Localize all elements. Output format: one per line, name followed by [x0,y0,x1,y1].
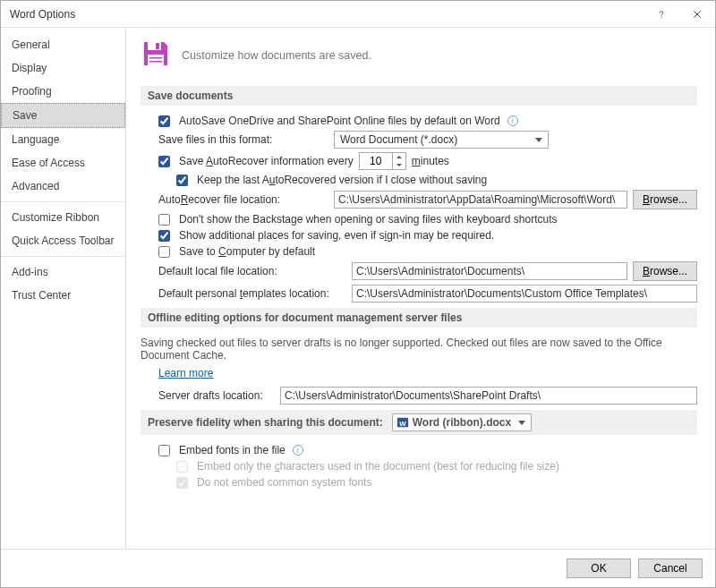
default-templates-input[interactable]: C:\Users\Administrator\Documents\Custom … [352,285,697,303]
offline-desc: Saving checked out files to server draft… [141,337,697,362]
embed-only-checkbox [176,461,188,473]
svg-rect-3 [148,55,164,65]
svg-rect-5 [149,61,162,63]
default-local-row: Default local file location: C:\Users\Ad… [158,261,697,281]
learn-more-link[interactable]: Learn more [158,367,213,379]
sidebar-item-quick-access-toolbar[interactable]: Quick Access Toolbar [1,229,125,252]
word-doc-icon: W [396,416,409,429]
help-button[interactable] [644,1,679,28]
cancel-button[interactable]: Cancel [638,558,703,578]
content-pane[interactable]: Customize how documents are saved. Save … [126,28,715,549]
save-computer-row: Save to Computer by default [158,245,697,258]
svg-rect-4 [149,57,162,59]
save-disk-icon [141,38,171,72]
sidebar-item-ease-of-access[interactable]: Ease of Access [1,151,125,175]
autosave-checkbox[interactable] [158,115,170,127]
autorecover-row: Save AutoRecover information every minut… [158,152,697,170]
save-format-label: Save files in this format: [158,133,328,146]
page-header: Customize how documents are saved. [141,38,697,72]
default-local-label: Default local file location: [158,265,346,277]
keep-last-label: Keep the last AutoRecovered version if I… [197,174,487,186]
embed-only-row: Embed only the characters used in the do… [176,460,697,473]
server-drafts-label: Server drafts location: [158,389,275,402]
preserve-doc-select[interactable]: W Word (ribbon).docx [392,413,532,431]
embed-common-label: Do not embed common system fonts [197,476,371,489]
sidebar-item-proofing[interactable]: Proofing [1,80,125,103]
sidebar-item-language[interactable]: Language [1,128,125,151]
save-computer-checkbox[interactable] [158,246,170,258]
autorecover-loc-label: AutoRecover file location: [158,193,328,206]
dialog-body: General Display Proofing Save Language E… [1,28,715,550]
sidebar-item-addins[interactable]: Add-ins [1,260,125,284]
svg-point-0 [661,16,661,17]
ok-button[interactable]: OK [567,558,631,578]
keep-last-row: Keep the last AutoRecovered version if I… [176,174,697,186]
sidebar-item-display[interactable]: Display [1,56,125,80]
autorecover-loc-row: AutoRecover file location: C:\Users\Admi… [158,190,697,209]
keep-last-checkbox[interactable] [176,175,188,186]
dialog-title: Word Options [10,8,644,21]
sidebar-item-customize-ribbon[interactable]: Customize Ribbon [1,206,125,229]
autosave-checkbox-row: AutoSave OneDrive and SharePoint Online … [158,115,697,127]
info-icon[interactable]: i [507,115,518,126]
svg-rect-2 [156,43,159,49]
autosave-label: AutoSave OneDrive and SharePoint Online … [179,115,500,127]
section-preserve: Preserve fidelity when sharing this docu… [141,410,697,435]
sidebar-item-save[interactable]: Save [1,103,125,128]
sidebar-item-advanced[interactable]: Advanced [1,175,125,198]
sidebar-separator [1,256,125,257]
default-templates-label: Default personal templates location: [158,287,346,300]
dialog-footer: OK Cancel [1,550,715,587]
spinner-down[interactable] [393,161,405,169]
autorecover-checkbox[interactable] [158,156,170,167]
sidebar: General Display Proofing Save Language E… [1,28,126,549]
embed-common-row: Do not embed common system fonts [176,476,697,489]
autorecover-label: Save AutoRecover information every [179,155,354,167]
embed-fonts-checkbox[interactable] [158,445,170,456]
embed-only-label: Embed only the characters used in the do… [197,460,559,473]
sidebar-item-trust-center[interactable]: Trust Center [1,284,125,307]
close-icon [692,9,703,20]
close-button[interactable] [679,1,715,28]
embed-fonts-row: Embed fonts in the file i [158,444,697,456]
sidebar-item-general[interactable]: General [1,33,125,56]
default-templates-row: Default personal templates location: C:\… [158,285,697,303]
browse-button-autorecover[interactable]: Browse... [633,190,697,209]
dont-backstage-label: Don't show the Backstage when opening or… [179,213,558,226]
help-icon [656,9,667,20]
show-additional-checkbox[interactable] [158,230,170,242]
embed-fonts-label: Embed fonts in the file [179,444,286,456]
autorecover-minutes-spinner[interactable] [359,152,406,170]
spinner-up[interactable] [393,153,405,161]
section-offline: Offline editing options for document man… [141,308,697,328]
save-computer-label: Save to Computer by default [179,245,315,258]
show-additional-row: Show additional places for saving, even … [158,229,697,242]
browse-button-local[interactable]: Browse... [633,261,697,281]
word-options-dialog: Word Options General Display Proofing Sa… [0,0,716,588]
show-additional-label: Show additional places for saving, even … [179,229,494,242]
dont-backstage-row: Don't show the Backstage when opening or… [158,213,697,226]
server-drafts-input[interactable]: C:\Users\Administrator\Documents\SharePo… [280,387,697,405]
embed-common-checkbox [176,477,188,489]
titlebar: Word Options [1,1,715,28]
dont-backstage-checkbox[interactable] [158,214,170,226]
default-local-input[interactable]: C:\Users\Administrator\Documents\ [352,262,627,280]
svg-text:W: W [399,420,406,428]
minutes-label: minutes [412,155,449,167]
info-icon[interactable]: i [293,445,303,456]
server-drafts-row: Server drafts location: C:\Users\Adminis… [158,387,697,405]
page-header-text: Customize how documents are saved. [182,49,371,62]
autorecover-minutes-input[interactable] [360,153,392,169]
sidebar-separator [1,201,125,202]
section-save-documents: Save documents [141,86,697,106]
autorecover-loc-input[interactable]: C:\Users\Administrator\AppData\Roaming\M… [334,191,627,209]
save-format-select[interactable]: Word Document (*.docx) [334,131,549,149]
save-format-row: Save files in this format: Word Document… [158,131,697,149]
